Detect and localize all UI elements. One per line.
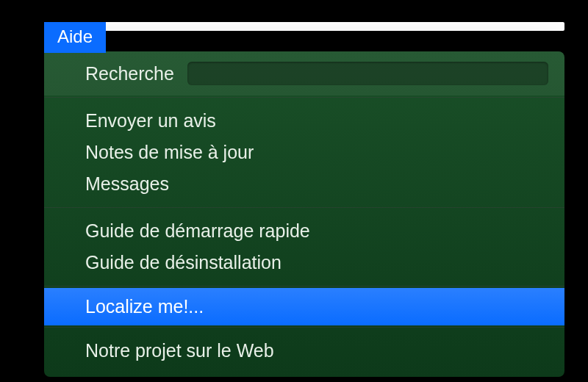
window-titlebar <box>90 22 564 31</box>
help-dropdown-menu: Recherche Envoyer un avis Notes de mise … <box>44 51 564 377</box>
search-input[interactable] <box>187 62 548 85</box>
menu-item-quickstart-guide[interactable]: Guide de démarrage rapide <box>44 215 564 247</box>
search-row: Recherche <box>44 51 564 96</box>
menu-separator <box>44 286 564 286</box>
menu-separator <box>44 327 564 328</box>
menu-item-project-web[interactable]: Notre projet sur le Web <box>44 335 564 367</box>
menu-item-localize-me[interactable]: Localize me!... <box>44 288 564 325</box>
menu-separator <box>44 97 564 98</box>
menu-section-2: Guide de démarrage rapide Guide de désin… <box>44 209 564 284</box>
menu-section-3: Localize me!... <box>44 288 564 325</box>
menu-separator <box>44 207 564 208</box>
menu-item-messages[interactable]: Messages <box>44 168 564 200</box>
search-label: Recherche <box>85 63 174 84</box>
menu-item-release-notes[interactable]: Notes de mise à jour <box>44 137 564 168</box>
menubar-help-title[interactable]: Aide <box>44 22 106 53</box>
menu-item-uninstall-guide[interactable]: Guide de désinstallation <box>44 247 564 278</box>
menu-item-send-feedback[interactable]: Envoyer un avis <box>44 105 564 137</box>
menu-section-4: Notre projet sur le Web <box>44 329 564 372</box>
menu-section-1: Envoyer un avis Notes de mise à jour Mes… <box>44 99 564 206</box>
